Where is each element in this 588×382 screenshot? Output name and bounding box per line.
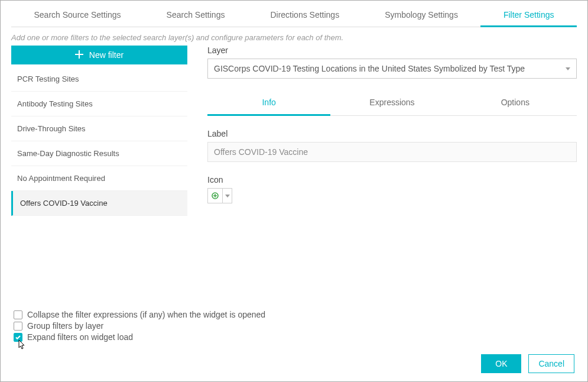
new-filter-button[interactable]: New filter <box>11 46 187 64</box>
content-columns: New filter PCR Testing Sites Antibody Te… <box>11 46 577 216</box>
checkbox-label: Collapse the filter expressions (if any)… <box>27 310 265 319</box>
filter-item-vaccine[interactable]: Offers COVID-19 Vaccine <box>11 191 187 216</box>
right-column: Layer GISCorps COVID-19 Testing Location… <box>207 46 577 216</box>
filter-list: PCR Testing Sites Antibody Testing Sites… <box>11 67 187 216</box>
bottom-checkboxes: Collapse the filter expressions (if any)… <box>14 308 265 344</box>
subtab-options[interactable]: Options <box>454 92 577 115</box>
checkbox-box <box>14 322 22 331</box>
checkbox-box <box>14 333 22 342</box>
checkbox-box <box>14 310 22 319</box>
chevron-down-icon <box>566 67 570 70</box>
dialog-frame: Search Source Settings Search Settings D… <box>0 0 588 382</box>
tab-search-settings[interactable]: Search Settings <box>144 4 248 27</box>
checkbox-expand[interactable]: Expand filters on widget load <box>14 332 265 342</box>
plus-circle-icon <box>208 192 222 199</box>
icon-block: Icon <box>207 175 577 203</box>
subtab-info[interactable]: Info <box>207 92 330 116</box>
checkbox-label: Group filters by layer <box>27 321 103 331</box>
icon-picker[interactable] <box>207 188 232 203</box>
left-column: New filter PCR Testing Sites Antibody Te… <box>11 46 187 216</box>
hint-text: Add one or more filters to the selected … <box>11 27 577 46</box>
label-input[interactable] <box>207 142 577 162</box>
subtab-expressions[interactable]: Expressions <box>330 92 453 115</box>
sub-tabs: Info Expressions Options <box>207 92 577 116</box>
filter-item-same-day[interactable]: Same-Day Diagnostic Results <box>11 141 187 166</box>
plus-icon <box>75 50 83 60</box>
tab-filter-settings[interactable]: Filter Settings <box>480 4 577 27</box>
chevron-down-icon <box>222 189 232 203</box>
checkbox-collapse[interactable]: Collapse the filter expressions (if any)… <box>14 310 265 319</box>
filter-item-pcr[interactable]: PCR Testing Sites <box>11 67 187 92</box>
layer-label: Layer <box>207 46 577 55</box>
label-block: Label <box>207 129 577 162</box>
footer-buttons: OK Cancel <box>481 354 574 373</box>
ok-button[interactable]: OK <box>481 354 521 373</box>
layer-select-value: GISCorps COVID-19 Testing Locations in t… <box>214 64 525 73</box>
label-field-label: Label <box>207 129 577 138</box>
filter-item-drive-through[interactable]: Drive-Through Sites <box>11 116 187 141</box>
cancel-button[interactable]: Cancel <box>528 354 574 373</box>
tab-search-source-settings[interactable]: Search Source Settings <box>11 4 144 27</box>
icon-field-label: Icon <box>207 175 577 184</box>
top-tabs: Search Source Settings Search Settings D… <box>11 4 577 27</box>
filter-item-no-appointment[interactable]: No Appointment Required <box>11 166 187 191</box>
new-filter-label: New filter <box>89 50 124 60</box>
checkbox-group[interactable]: Group filters by layer <box>14 321 265 331</box>
tab-directions-settings[interactable]: Directions Settings <box>248 4 362 27</box>
filter-item-antibody[interactable]: Antibody Testing Sites <box>11 92 187 116</box>
checkbox-label: Expand filters on widget load <box>27 332 133 342</box>
layer-select[interactable]: GISCorps COVID-19 Testing Locations in t… <box>207 59 577 79</box>
tab-symbology-settings[interactable]: Symbology Settings <box>362 4 481 27</box>
